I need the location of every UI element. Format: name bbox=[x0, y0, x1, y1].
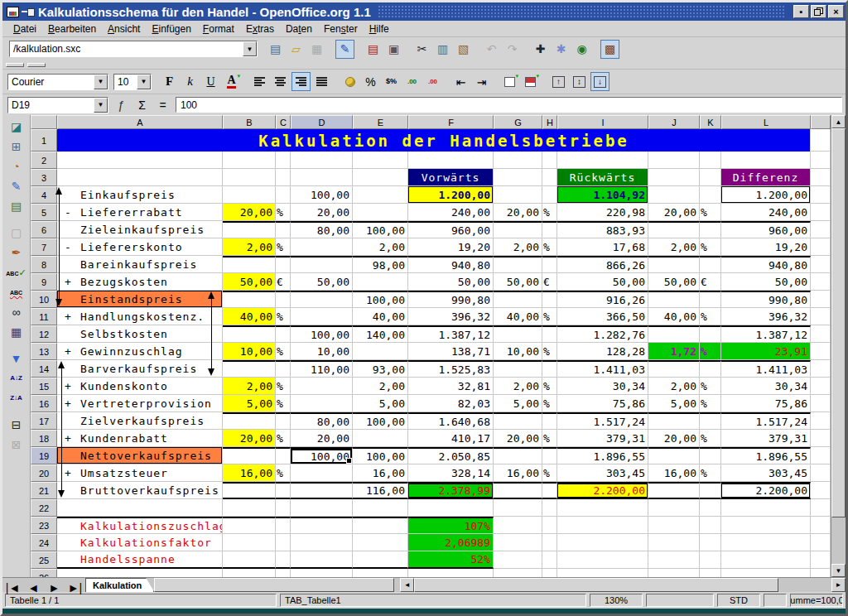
cell-K6[interactable] bbox=[700, 221, 721, 238]
last-sheet-icon[interactable]: ►| bbox=[65, 578, 84, 597]
cell-B13[interactable]: 10,00 bbox=[223, 343, 276, 360]
cell-D12[interactable]: 100,00 bbox=[291, 325, 353, 343]
row-header-2[interactable]: 2 bbox=[31, 152, 57, 169]
cell-A13[interactable]: +Gewinnzuschlag bbox=[57, 343, 223, 360]
cell-G12[interactable] bbox=[494, 325, 542, 343]
cell-E26[interactable] bbox=[353, 569, 408, 577]
cell-K25[interactable] bbox=[700, 551, 721, 569]
cell-M4[interactable] bbox=[811, 186, 831, 204]
cell-D8[interactable] bbox=[291, 256, 353, 273]
cut-icon[interactable]: ✂ bbox=[412, 40, 431, 59]
cell-M24[interactable] bbox=[811, 534, 831, 551]
previous-sheet-icon[interactable]: ◄ bbox=[24, 578, 43, 597]
cell-I16[interactable]: 75,86 bbox=[557, 395, 648, 412]
cell-A16[interactable]: +Vertreterprovision bbox=[57, 395, 223, 412]
cell-B17[interactable] bbox=[223, 412, 276, 430]
cell-J23[interactable] bbox=[648, 517, 700, 534]
column-header-B[interactable]: B bbox=[223, 115, 276, 129]
cell-B5[interactable]: 20,00 bbox=[223, 204, 276, 221]
cell-H9[interactable]: € bbox=[542, 273, 557, 291]
cell-H11[interactable]: % bbox=[542, 308, 557, 325]
cell-M10[interactable] bbox=[811, 291, 831, 308]
cell-L10[interactable]: 990,80 bbox=[721, 291, 811, 308]
cell-F13[interactable]: 138,71 bbox=[408, 343, 494, 360]
cell-K19[interactable] bbox=[700, 447, 721, 464]
cell-L20[interactable]: 303,45 bbox=[721, 464, 811, 482]
cell-B12[interactable] bbox=[223, 325, 276, 343]
paste-icon[interactable]: ▧ bbox=[454, 40, 473, 59]
cell-K5[interactable]: % bbox=[700, 204, 721, 221]
row-header-20[interactable]: 20 bbox=[31, 464, 57, 482]
cell-E12[interactable]: 140,00 bbox=[353, 325, 408, 343]
cell-G26[interactable] bbox=[494, 569, 542, 577]
cell-M25[interactable] bbox=[811, 551, 831, 569]
cell-E22[interactable] bbox=[353, 499, 408, 517]
row-header-13[interactable]: 13 bbox=[31, 343, 57, 360]
navigator-icon[interactable]: ✚ bbox=[531, 40, 550, 59]
cell-B24[interactable] bbox=[223, 534, 276, 551]
cell-F20[interactable]: 328,14 bbox=[408, 464, 494, 482]
cell-F6[interactable]: 960,00 bbox=[408, 221, 494, 238]
menu-format[interactable]: Format bbox=[197, 22, 240, 36]
cell-J24[interactable] bbox=[648, 534, 700, 551]
cell-J2[interactable] bbox=[648, 152, 700, 169]
align-justify-icon[interactable] bbox=[312, 72, 331, 91]
sum-icon[interactable]: Σ bbox=[132, 95, 152, 114]
menu-extras[interactable]: Extras bbox=[240, 22, 280, 36]
cell-E20[interactable]: 16,00 bbox=[353, 464, 408, 482]
hyperlink-globe-icon[interactable]: ◉ bbox=[572, 40, 591, 59]
cell-B10[interactable] bbox=[223, 291, 276, 308]
horizontal-scroll-thumb[interactable] bbox=[414, 578, 778, 592]
cell-B23[interactable] bbox=[223, 517, 276, 534]
cell-C6[interactable] bbox=[276, 221, 291, 238]
column-header-J[interactable]: J bbox=[648, 115, 700, 129]
toolbar-drag-handle[interactable] bbox=[27, 63, 46, 67]
cell-L24[interactable] bbox=[721, 534, 811, 551]
cell-J9[interactable]: 50,00 bbox=[648, 273, 700, 291]
row-header-3[interactable]: 3 bbox=[31, 169, 57, 186]
cell-F10[interactable]: 990,80 bbox=[408, 291, 494, 308]
cell-L18[interactable]: 379,31 bbox=[721, 430, 811, 447]
cell-K10[interactable] bbox=[700, 291, 721, 308]
cell-reference-box[interactable]: D19 ▼ bbox=[7, 97, 108, 113]
next-sheet-icon[interactable]: ► bbox=[45, 578, 64, 597]
cell-D20[interactable] bbox=[291, 464, 353, 482]
cell-C7[interactable]: % bbox=[276, 238, 291, 256]
cell-I11[interactable]: 366,50 bbox=[557, 308, 648, 325]
cell-A19[interactable]: Nettoverkaufspreis bbox=[57, 447, 223, 464]
cell-I21[interactable]: 2.200,00 bbox=[557, 482, 648, 499]
cell-L26[interactable] bbox=[721, 569, 811, 577]
cell-E11[interactable]: 40,00 bbox=[353, 308, 408, 325]
font-size-combobox[interactable]: 10 ▼ bbox=[113, 74, 152, 90]
cell-I4[interactable]: 1.104,92 bbox=[557, 186, 648, 204]
font-name-combobox[interactable]: Courier ▼ bbox=[7, 74, 108, 90]
cell-D17[interactable]: 80,00 bbox=[291, 412, 353, 430]
cell-B11[interactable]: 40,00 bbox=[223, 308, 276, 325]
cell-G14[interactable] bbox=[494, 360, 542, 378]
cell-M9[interactable] bbox=[811, 273, 831, 291]
data-sources-icon[interactable]: ▦ bbox=[6, 322, 27, 342]
cell-F9[interactable]: 50,00 bbox=[408, 273, 494, 291]
edit-file-icon[interactable]: ✎ bbox=[335, 40, 354, 59]
cell-A2[interactable] bbox=[57, 152, 223, 169]
insert-chart-icon[interactable]: ◔ bbox=[6, 156, 27, 176]
cell-H5[interactable]: % bbox=[542, 204, 557, 221]
cell-B21[interactable] bbox=[223, 482, 276, 499]
cell-K17[interactable] bbox=[700, 412, 721, 430]
cell-E8[interactable]: 98,00 bbox=[353, 256, 408, 273]
cell-G5[interactable]: 20,00 bbox=[494, 204, 542, 221]
cell-B2[interactable] bbox=[223, 152, 276, 169]
autofilter-icon[interactable]: ▼ bbox=[6, 349, 27, 368]
cell-C10[interactable] bbox=[276, 291, 291, 308]
vertical-scroll-thumb[interactable] bbox=[831, 128, 846, 517]
cell-I22[interactable] bbox=[557, 499, 648, 517]
cell-K16[interactable]: % bbox=[700, 395, 721, 412]
cell-D18[interactable]: 20,00 bbox=[291, 430, 353, 447]
row-header-25[interactable]: 25 bbox=[31, 551, 57, 569]
menu-datei[interactable]: Datei bbox=[7, 22, 42, 36]
sort-descending-icon[interactable]: Z↓A bbox=[6, 388, 27, 408]
cell-A14[interactable]: Barverkaufspreis bbox=[57, 360, 223, 378]
cell-G22[interactable] bbox=[494, 499, 542, 517]
cell-J25[interactable] bbox=[648, 551, 700, 569]
cell-B3[interactable] bbox=[223, 169, 276, 186]
